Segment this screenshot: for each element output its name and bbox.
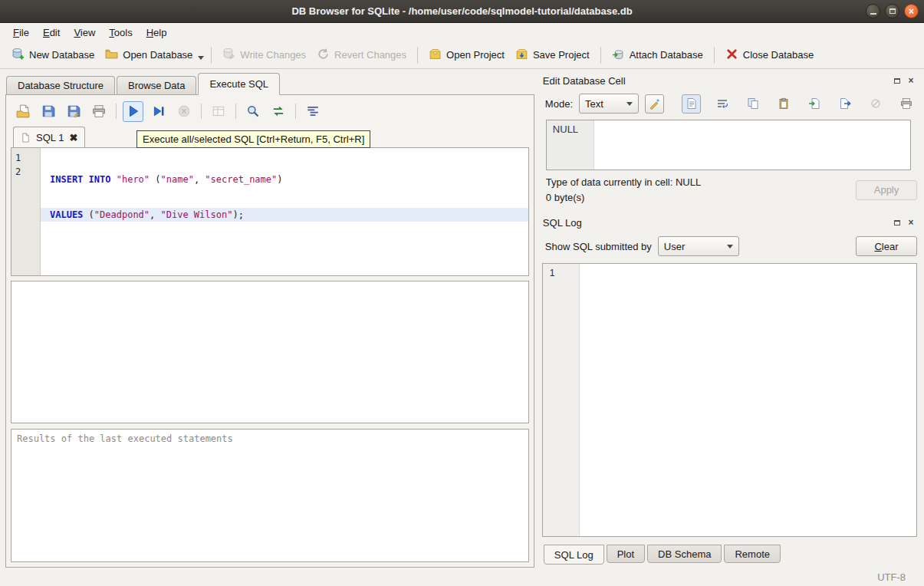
open-sql-file-icon <box>16 104 30 118</box>
open-database-dropdown-arrow[interactable] <box>198 56 204 60</box>
open-database-button[interactable]: Open Database <box>100 44 198 66</box>
format-sql-icon <box>306 104 320 118</box>
save-sql-file-icon <box>41 104 55 118</box>
save-sql-as-button[interactable] <box>63 101 84 122</box>
stop-icon <box>177 104 191 118</box>
find-replace-button[interactable] <box>268 101 288 122</box>
cell-value-editor[interactable]: NULL <box>546 120 911 170</box>
float-icon <box>894 78 900 84</box>
log-filter-combobox[interactable]: User <box>658 236 739 256</box>
code-area[interactable]: INSERT INTO "hero" ("name", "secret_name… <box>41 148 528 275</box>
import-icon <box>808 97 820 110</box>
print-sql-button[interactable] <box>88 101 109 122</box>
sql-log-float-button[interactable] <box>892 217 903 228</box>
print-cell-button[interactable] <box>896 94 916 114</box>
sql-log-view[interactable]: 1 <box>542 263 917 537</box>
tab-db-schema[interactable]: DB Schema <box>647 545 722 563</box>
right-pane: Edit Database Cell × Mode: Text <box>534 69 924 568</box>
float-icon <box>894 220 900 226</box>
open-project-button[interactable]: Open Project <box>423 44 510 66</box>
menu-view[interactable]: View <box>67 25 102 41</box>
word-wrap-button[interactable] <box>712 94 732 114</box>
edit-cell-dock-header: Edit Database Cell × <box>542 72 917 89</box>
menubar: File Edit View Tools Help <box>0 23 924 41</box>
copy-cell-button[interactable] <box>743 94 762 114</box>
format-sql-button[interactable] <box>302 101 323 122</box>
edit-cell-float-button[interactable] <box>892 75 903 86</box>
new-database-icon <box>12 48 25 63</box>
close-database-button[interactable]: Close Database <box>720 44 820 66</box>
close-button[interactable]: × <box>904 4 919 18</box>
results-grid[interactable] <box>11 281 529 423</box>
minimize-icon <box>870 13 876 15</box>
save-project-button[interactable]: Save Project <box>510 44 595 66</box>
tab-plot[interactable]: Plot <box>607 545 645 563</box>
titlebar: DB Browser for SQLite - /home/user/code/… <box>0 0 924 23</box>
new-database-button[interactable]: New Database <box>6 44 100 66</box>
menu-file[interactable]: File <box>6 25 36 41</box>
main-toolbar: New Database Open Database Write Changes… <box>0 41 924 69</box>
mode-label: Mode: <box>545 98 573 110</box>
attach-database-icon <box>612 48 625 63</box>
save-sql-file-button[interactable] <box>38 101 58 122</box>
auto-switch-mode-icon <box>649 97 661 110</box>
tab-execute-sql[interactable]: Execute SQL <box>198 73 280 95</box>
code-line-1: INSERT INTO "hero" ("name", "secret_name… <box>41 173 528 186</box>
tab-browse-data[interactable]: Browse Data <box>117 76 196 94</box>
toolbar-separator <box>201 104 202 119</box>
clear-log-button[interactable]: Clear <box>856 236 917 256</box>
tab-database-structure[interactable]: Database Structure <box>6 76 115 94</box>
sql-log-filter-row: Show SQL submitted by User Clear <box>542 232 917 260</box>
execute-line-button[interactable] <box>148 101 169 122</box>
revert-changes-button: Revert Changes <box>311 44 412 66</box>
import-cell-data-button[interactable] <box>804 94 824 114</box>
toolbar-separator <box>211 47 212 64</box>
sql-tab-close-icon[interactable]: ✖ <box>69 132 77 143</box>
attach-database-button[interactable]: Attach Database <box>607 44 709 66</box>
write-changes-button: Write Changes <box>217 44 311 66</box>
app-window: DB Browser for SQLite - /home/user/code/… <box>0 0 924 586</box>
revert-changes-icon <box>317 48 330 63</box>
chevron-down-icon <box>626 102 633 106</box>
execute-all-icon <box>127 104 140 118</box>
menu-edit[interactable]: Edit <box>36 25 67 41</box>
open-project-icon <box>429 48 442 63</box>
sql-code-editor[interactable]: 1 2 INSERT INTO "hero" ("name", "secret_… <box>11 147 529 276</box>
set-null-icon <box>870 97 882 110</box>
results-message-box[interactable]: Results of the last executed statements <box>11 429 529 562</box>
paste-cell-button[interactable] <box>774 94 793 114</box>
chevron-down-icon <box>727 245 733 249</box>
cell-size-info: 0 byte(s) <box>546 192 856 203</box>
line-number-gutter: 1 2 <box>12 148 41 275</box>
close-database-icon <box>725 48 738 63</box>
sql-editor-toolbar <box>11 98 529 124</box>
write-changes-icon <box>222 48 235 63</box>
maximize-button[interactable] <box>885 4 899 18</box>
minimize-button[interactable] <box>866 4 880 18</box>
toolbar-separator <box>714 47 715 64</box>
text-view-icon <box>686 97 698 110</box>
main-tabbar: Database Structure Browse Data Execute S… <box>5 72 534 94</box>
text-view-button[interactable] <box>682 94 701 114</box>
find-replace-icon <box>271 104 285 118</box>
sql-doc-tab[interactable]: SQL 1 ✖ <box>13 127 85 147</box>
sql-log-close-button[interactable]: × <box>906 217 916 228</box>
find-button[interactable] <box>242 101 263 122</box>
execute-all-button[interactable] <box>123 101 143 122</box>
menu-help[interactable]: Help <box>140 25 174 41</box>
open-sql-file-button[interactable] <box>12 101 33 122</box>
mode-combobox[interactable]: Text <box>579 94 639 114</box>
toolbar-separator <box>235 104 236 119</box>
copy-icon <box>747 97 759 110</box>
tab-sql-log[interactable]: SQL Log <box>544 545 604 565</box>
bottom-tabbar: SQL Log Plot DB Schema Remote <box>542 545 917 568</box>
toolbar-separator <box>295 104 296 119</box>
auto-switch-mode-button[interactable] <box>645 94 664 114</box>
set-null-button <box>866 94 885 114</box>
menu-tools[interactable]: Tools <box>102 25 139 41</box>
sql-log-title: SQL Log <box>543 217 889 229</box>
export-cell-data-button[interactable] <box>835 94 854 114</box>
tab-remote[interactable]: Remote <box>724 545 781 563</box>
edit-cell-close-button[interactable]: × <box>906 75 916 86</box>
print-cell-icon <box>900 97 912 110</box>
